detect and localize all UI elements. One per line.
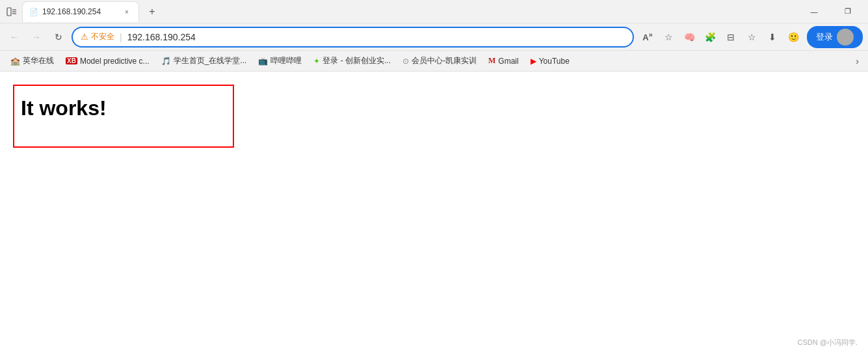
extensions-button[interactable]: 🧩 <box>700 27 720 47</box>
toolbar: ← → ↻ ⚠ 不安全 | 192.168.190.254 A» ☆ 🧠 🧩 ⊟… <box>0 23 868 51</box>
tab-title: 192.168.190.254 <box>42 7 101 16</box>
bookmark-gmail[interactable]: M Gmail <box>483 54 524 68</box>
favorites-button[interactable]: ☆ <box>659 27 678 47</box>
address-bar[interactable]: ⚠ 不安全 | 192.168.190.254 <box>72 27 634 48</box>
bookmark-kaikang-label: 会员中心-凯康实训 <box>412 55 477 66</box>
bookmark-kaikang-icon: ⊙ <box>402 57 409 66</box>
download-icon: ⬇ <box>769 32 776 42</box>
bookmark-student-homepage-label: 学生首页_在线学堂... <box>174 55 247 66</box>
puzzle-icon: 🧩 <box>705 32 716 42</box>
watermark: CSDN @小冯同学. <box>798 338 858 347</box>
tab-page-icon: 📄 <box>29 8 38 16</box>
titlebar-left: 📄 192.168.190.254 × + <box>5 1 161 22</box>
bookmark-bilibili-icon: 📺 <box>258 57 268 66</box>
sidebar-toggle-button[interactable] <box>5 5 18 18</box>
bookmark-bilibili[interactable]: 📺 哔哩哔哩 <box>253 53 307 68</box>
it-works-box: It works! <box>13 85 234 148</box>
svg-rect-0 <box>7 8 11 16</box>
read-aloud-button[interactable]: A» <box>638 27 657 47</box>
bookmark-yinghua[interactable]: 🏫 英华在线 <box>5 53 59 68</box>
security-warning[interactable]: ⚠ 不安全 <box>81 31 114 42</box>
address-text: 192.168.190.254 <box>127 32 625 42</box>
titlebar: 📄 192.168.190.254 × + — ❐ <box>0 0 868 23</box>
bookmarks-bar: 🏫 英华在线 XB Model predictive c... 🎵 学生首页_在… <box>0 51 868 72</box>
smiley-icon: 🙂 <box>788 32 799 42</box>
bookmark-youtube[interactable]: ▶ YouTube <box>525 55 575 68</box>
maximize-button[interactable]: ❐ <box>833 2 863 21</box>
read-aloud-icon: A» <box>642 31 652 42</box>
bookmark-gmail-label: Gmail <box>498 57 518 66</box>
bookmark-kaikang[interactable]: ⊙ 会员中心-凯康实训 <box>397 53 482 68</box>
browser-tab[interactable]: 📄 192.168.190.254 × <box>22 1 139 22</box>
avatar <box>837 29 854 46</box>
tab-close-button[interactable]: × <box>122 7 132 17</box>
star-icon: ☆ <box>664 32 673 42</box>
favorites-manager-button[interactable]: ☆ <box>742 27 761 47</box>
brain-extension-button[interactable]: 🧠 <box>679 27 699 47</box>
bookmark-student-homepage[interactable]: 🎵 学生首页_在线学堂... <box>156 53 252 68</box>
bookmark-model-predictive[interactable]: XB Model predictive c... <box>60 55 155 68</box>
new-tab-button[interactable]: + <box>143 3 161 21</box>
settings-button[interactable]: 🙂 <box>783 27 803 47</box>
back-button[interactable]: ← <box>5 28 23 46</box>
favorites-icon: ☆ <box>748 32 756 42</box>
forward-button[interactable]: → <box>27 28 46 46</box>
brain-icon: 🧠 <box>684 32 695 42</box>
main-content: It works! CSDN @小冯同学. <box>0 72 868 354</box>
downloads-button[interactable]: ⬇ <box>763 27 782 47</box>
bookmark-yinghua-label: 英华在线 <box>23 55 54 66</box>
split-icon: ⊟ <box>727 32 735 42</box>
address-separator: | <box>120 32 122 42</box>
bookmark-innovation[interactable]: ✦ 登录 - 创新创业实... <box>308 53 396 68</box>
warning-icon: ⚠ <box>81 32 88 42</box>
bookmark-music-icon: 🎵 <box>161 57 171 66</box>
bookmarks-more-button[interactable]: › <box>852 54 863 68</box>
bookmark-gmail-icon: M <box>488 56 495 66</box>
titlebar-right: — ❐ <box>799 2 863 21</box>
signin-label: 登录 <box>816 31 833 43</box>
bookmark-xb-icon: XB <box>66 57 77 64</box>
bookmark-bilibili-label: 哔哩哔哩 <box>270 55 302 66</box>
signin-button[interactable]: 登录 <box>807 26 863 48</box>
bookmark-model-predictive-label: Model predictive c... <box>80 57 150 66</box>
bookmark-yinghua-icon: 🏫 <box>10 57 20 66</box>
split-screen-button[interactable]: ⊟ <box>721 27 741 47</box>
toolbar-icons: A» ☆ 🧠 🧩 ⊟ ☆ ⬇ 🙂 <box>638 27 803 47</box>
bookmark-innovation-icon: ✦ <box>313 57 320 66</box>
bookmark-youtube-icon: ▶ <box>531 57 536 66</box>
bookmark-innovation-label: 登录 - 创新创业实... <box>322 55 391 66</box>
it-works-text: It works! <box>21 96 107 120</box>
security-label: 不安全 <box>91 31 114 42</box>
bookmark-youtube-label: YouTube <box>539 57 570 66</box>
reload-button[interactable]: ↻ <box>49 28 68 46</box>
minimize-button[interactable]: — <box>799 2 829 21</box>
